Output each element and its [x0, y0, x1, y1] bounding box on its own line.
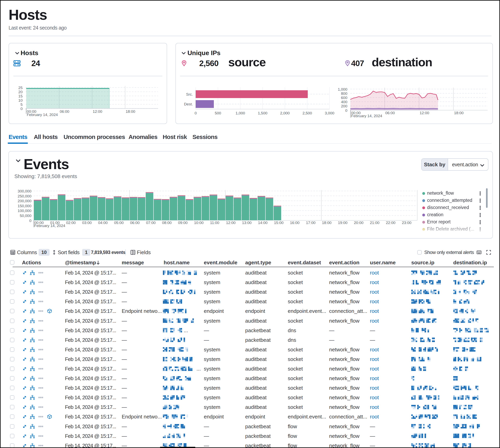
svg-text:07:00: 07:00 — [146, 221, 156, 225]
svg-text:February 14, 2024: February 14, 2024 — [34, 224, 65, 228]
svg-text:2,000: 2,000 — [280, 111, 290, 115]
svg-text:February 14, 2024: February 14, 2024 — [27, 112, 58, 117]
svg-text:3,000: 3,000 — [325, 111, 334, 115]
svg-text:400: 400 — [341, 100, 347, 104]
svg-text:11:00: 11:00 — [210, 221, 219, 225]
svg-text:20: 20 — [18, 90, 23, 94]
svg-text:21:00: 21:00 — [370, 221, 379, 225]
svg-text:22:00: 22:00 — [386, 221, 396, 225]
svg-text:18:00: 18:00 — [454, 111, 464, 115]
svg-text:50,000: 50,000 — [20, 214, 31, 218]
svg-text:250,000: 250,000 — [17, 194, 31, 198]
svg-text:0: 0 — [29, 219, 31, 223]
svg-text:500: 500 — [215, 111, 221, 115]
svg-text:Dest.: Dest. — [184, 102, 193, 106]
svg-text:14:00: 14:00 — [258, 221, 268, 225]
svg-text:Src.: Src. — [186, 92, 193, 96]
svg-text:18:00: 18:00 — [322, 221, 331, 225]
svg-text:10: 10 — [18, 98, 23, 102]
svg-text:1,000: 1,000 — [236, 111, 245, 115]
svg-text:23:00: 23:00 — [402, 221, 412, 225]
svg-text:06:00: 06:00 — [130, 221, 140, 225]
svg-text:06:00: 06:00 — [60, 109, 69, 113]
svg-text:150,000: 150,000 — [17, 204, 31, 208]
svg-text:February 14, 2024: February 14, 2024 — [351, 114, 382, 118]
svg-text:1,500: 1,500 — [258, 111, 267, 115]
svg-text:0: 0 — [20, 107, 23, 111]
svg-text:25: 25 — [18, 86, 23, 90]
svg-text:02:00: 02:00 — [66, 221, 76, 225]
svg-text:12:00: 12:00 — [226, 221, 236, 225]
svg-text:08:00: 08:00 — [162, 221, 172, 225]
svg-text:18:00: 18:00 — [126, 109, 135, 113]
svg-text:100,000: 100,000 — [17, 209, 31, 213]
svg-text:19:00: 19:00 — [338, 221, 347, 225]
svg-text:12:00: 12:00 — [420, 111, 429, 115]
svg-text:200,000: 200,000 — [17, 199, 31, 203]
svg-text:05:00: 05:00 — [114, 221, 124, 225]
svg-text:2,500: 2,500 — [303, 111, 312, 115]
svg-text:04:00: 04:00 — [98, 221, 108, 225]
svg-text:10:00: 10:00 — [194, 221, 204, 225]
svg-text:1,000: 1,000 — [338, 87, 347, 91]
svg-text:12:00: 12:00 — [93, 109, 102, 113]
svg-text:13:00: 13:00 — [242, 221, 252, 225]
svg-text:20:00: 20:00 — [354, 221, 363, 225]
svg-text:16:00: 16:00 — [290, 221, 300, 225]
svg-text:5: 5 — [20, 102, 23, 107]
svg-text:0: 0 — [195, 111, 197, 115]
svg-text:17:00: 17:00 — [306, 221, 315, 225]
svg-text:06:00: 06:00 — [385, 111, 395, 115]
svg-text:200: 200 — [341, 104, 347, 108]
svg-text:03:00: 03:00 — [82, 221, 92, 225]
svg-text:15:00: 15:00 — [274, 221, 284, 225]
svg-text:15: 15 — [18, 94, 23, 98]
svg-text:0: 0 — [345, 108, 347, 112]
svg-text:09:00: 09:00 — [178, 221, 188, 225]
svg-text:600: 600 — [341, 96, 347, 100]
svg-text:800: 800 — [341, 91, 347, 96]
svg-text:300,000: 300,000 — [17, 189, 31, 193]
